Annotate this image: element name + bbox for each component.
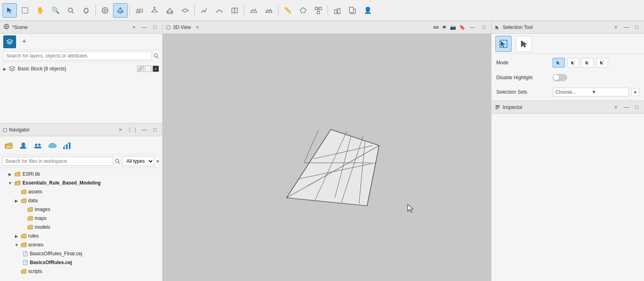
nav-open-folder-btn[interactable] — [2, 139, 15, 152]
view-camera-icon[interactable]: 📷 — [450, 25, 456, 30]
tree-item-rules[interactable]: ▶ rules — [0, 232, 162, 240]
inspector-max-btn[interactable]: □ — [633, 103, 641, 111]
scene-layer-label: Basic Block [8 objects] — [18, 66, 135, 72]
mode-remove-btn[interactable]: − — [582, 58, 594, 68]
mode-select-btn[interactable] — [553, 58, 565, 68]
sel-pointer-btn[interactable] — [516, 36, 532, 52]
navigate-mode-btn[interactable] — [98, 3, 112, 18]
add-layer-btn[interactable]: + — [18, 35, 31, 48]
nav-add-user-btn[interactable]: + — [17, 139, 30, 152]
mode-add-btn[interactable]: + — [567, 58, 579, 68]
box-select-btn[interactable] — [18, 3, 32, 18]
flatten-btn[interactable] — [178, 3, 192, 18]
navigator-max-btn[interactable]: □ — [151, 126, 159, 134]
layers-btn[interactable] — [3, 35, 16, 48]
user-btn[interactable]: 👤 — [361, 3, 375, 18]
view-content[interactable] — [163, 34, 491, 281]
navigator-min-btn[interactable]: — — [140, 126, 149, 134]
tree-item-images[interactable]: images — [0, 205, 162, 214]
terrain-btn[interactable] — [246, 3, 261, 18]
tree-toggle[interactable]: ▶ — [14, 233, 19, 239]
topology-btn[interactable] — [296, 3, 310, 18]
nav-type-filter[interactable]: All types — [122, 156, 154, 166]
tree-item-basics-cej[interactable]: BasicsOfRules.cej — [0, 258, 162, 267]
layer-hatch-icon[interactable] — [137, 66, 144, 72]
selection-tool-max-btn[interactable]: □ — [633, 23, 641, 31]
tree-item-models[interactable]: models — [0, 223, 162, 232]
scene-close-btn[interactable]: × — [130, 23, 138, 31]
tree-item-scenes[interactable]: ▼ scenes — [0, 240, 162, 249]
selection-sets-dropdown[interactable]: Choose... ▼ — [553, 88, 629, 96]
arc-btn[interactable] — [212, 3, 227, 18]
inspector-content — [491, 114, 644, 281]
layer-toggle[interactable]: ▶ — [3, 67, 6, 71]
tree-item-basics-final[interactable]: BasicsOfRules_Final.cej — [0, 249, 162, 258]
tree-label: images — [35, 207, 50, 212]
nav-cloud-btn[interactable] — [46, 139, 59, 152]
view-bookmark-icon[interactable]: 🔖 — [459, 25, 465, 30]
zoom-btn[interactable]: 🔍 — [48, 3, 63, 18]
selection-tool-close-btn[interactable]: × — [612, 23, 620, 31]
import-btn[interactable] — [345, 3, 360, 18]
inspector-close-btn[interactable]: × — [612, 103, 620, 111]
nav-search-input[interactable] — [2, 157, 113, 166]
scene-toolbar: + — [0, 34, 162, 50]
scene-layer-item[interactable]: ▶ Basic Block [8 objects] ✓ — [3, 65, 159, 73]
zoom-window-btn[interactable] — [64, 3, 78, 18]
tree-toggle[interactable]: ▶ — [7, 171, 13, 177]
scene-file-icon — [23, 251, 28, 256]
tree-toggle[interactable]: ▶ — [14, 198, 19, 203]
view-3d-title: 3D View — [173, 25, 191, 30]
sel-rect-btn[interactable] — [495, 36, 512, 52]
tree-label: scenes — [28, 242, 43, 248]
scene-min-btn[interactable]: — — [140, 23, 149, 31]
navigator-menu-btn[interactable]: ⋮⋮ — [127, 127, 138, 133]
scene-search-input[interactable] — [3, 51, 152, 60]
roof-btn[interactable] — [163, 3, 177, 18]
navigator-close-btn[interactable]: × — [116, 126, 124, 134]
view-eye-icon[interactable]: 👁 — [442, 25, 447, 30]
view-max-btn[interactable]: □ — [480, 23, 488, 31]
nav-group-btn[interactable] — [31, 139, 44, 152]
view-bars-icon[interactable]: ≡≡ — [433, 25, 439, 30]
nav-stats-btn[interactable] — [60, 139, 73, 152]
layer-checkbox[interactable]: ✓ — [153, 66, 159, 72]
tree-item-essentials[interactable]: ▼ Essentials_Rule_Based_Modeling — [0, 178, 162, 187]
shapes-btn[interactable] — [132, 3, 147, 18]
draw-btn[interactable] — [197, 3, 211, 18]
scene-layer-icons: ✓ — [137, 66, 159, 72]
terrain2-btn[interactable] — [262, 3, 276, 18]
mode-toggle-btn[interactable]: × — [596, 58, 608, 68]
pan-btn[interactable]: ✋ — [33, 3, 47, 18]
scene-max-btn[interactable]: □ — [151, 23, 159, 31]
measure-btn[interactable]: 📏 — [281, 3, 295, 18]
selection-tool-min-btn[interactable]: — — [622, 23, 630, 31]
perspective-btn[interactable] — [113, 3, 128, 18]
tree-item-scripts[interactable]: scripts — [0, 267, 162, 276]
extrude-btn[interactable] — [147, 3, 162, 18]
center-panel: ⬡ 3D View × ≡≡ 👁 📷 🔖 — □ — [163, 21, 491, 281]
tree-toggle[interactable]: ▼ — [14, 242, 19, 248]
inspector-min-btn[interactable]: — — [622, 103, 630, 111]
layer-visibility-icon[interactable] — [145, 66, 151, 72]
scene-icon — [3, 23, 10, 31]
network-btn[interactable] — [311, 3, 326, 18]
tree-toggle[interactable]: ▼ — [7, 180, 13, 186]
view-close-btn[interactable]: × — [193, 23, 201, 31]
left-panels: *Scene × — □ + ▶ Basic Block [8 objects — [0, 21, 163, 281]
split-btn[interactable] — [227, 3, 242, 18]
disable-highlight-value — [553, 74, 639, 81]
selection-tool-btn[interactable] — [2, 3, 17, 18]
tree-item-assets[interactable]: assets — [0, 187, 162, 196]
lasso-btn[interactable] — [79, 3, 93, 18]
buildings-btn[interactable] — [330, 3, 345, 18]
svg-line-33 — [118, 162, 120, 164]
disable-highlight-toggle[interactable] — [553, 74, 567, 81]
svg-rect-17 — [338, 8, 340, 14]
tree-item-data[interactable]: ▶ data — [0, 196, 162, 205]
tree-item-maps[interactable]: maps — [0, 214, 162, 223]
view-min-btn[interactable]: — — [469, 23, 477, 31]
tree-item-esrilib[interactable]: ▶ ESRI.lib — [0, 170, 162, 178]
selection-sets-add-btn[interactable]: + — [631, 88, 639, 96]
mode-btns: + − × — [553, 58, 639, 68]
